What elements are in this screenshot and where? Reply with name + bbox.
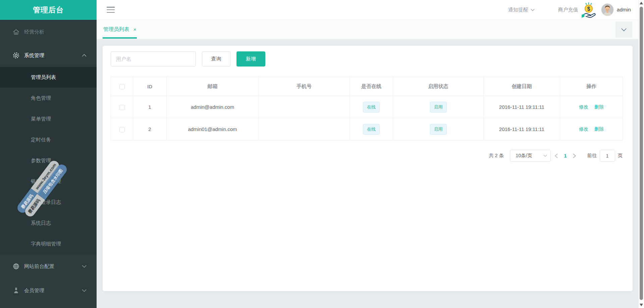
tabbar-collapse-button[interactable] (615, 21, 632, 38)
cell-email: admin01@admin.com (167, 118, 259, 140)
header-email: 邮箱 (167, 77, 259, 96)
notification-label: 通知提醒 (508, 7, 528, 13)
admin-table: ID 邮箱 手机号 是否在线 启用状态 创建日期 操作 1 (111, 77, 623, 140)
sidebar-item-business-analysis[interactable]: 经营分析 (0, 20, 97, 44)
username-search-input[interactable] (111, 51, 196, 67)
scroll-up-arrow[interactable] (640, 2, 643, 4)
row-checkbox[interactable] (119, 105, 125, 110)
sidebar-item-label: 网站前台配置 (24, 263, 54, 270)
submenu-label: 参数管理 (31, 158, 51, 164)
cell-phone (259, 118, 350, 140)
chevron-down-icon (82, 265, 87, 268)
add-button[interactable]: 新增 (236, 51, 265, 67)
delete-link[interactable]: 删除 (594, 126, 604, 132)
query-button[interactable]: 查询 (202, 51, 230, 67)
username-label[interactable]: admin (617, 7, 631, 13)
pagination-total: 共 2 条 (489, 152, 504, 159)
submenu-label: 管理员列表 (31, 74, 56, 81)
goto-page-input[interactable] (600, 150, 615, 162)
coin-hand-icon: $ (580, 2, 597, 19)
cell-id: 1 (133, 96, 167, 118)
chevron-down-icon (543, 155, 547, 157)
prev-page-button[interactable] (555, 153, 558, 158)
online-badge[interactable]: 在线 (363, 102, 380, 113)
tabbar: 管理员列表 × (97, 19, 638, 39)
sidebar-item-website-frontend-config[interactable]: 网站前台配置 (0, 254, 97, 278)
submenu-label: 定时任务 (31, 137, 51, 143)
header-created: 创建日期 (484, 77, 560, 96)
tab-admin-list[interactable]: 管理员列表 × (103, 20, 137, 39)
next-page-button[interactable] (573, 153, 576, 158)
globe-icon (12, 263, 20, 270)
chevron-down-icon (531, 9, 535, 11)
sidebar-item-scheduled-tasks[interactable]: 定时任务 (0, 129, 97, 150)
tab-close-icon[interactable]: × (133, 27, 137, 32)
member-person-icon (12, 287, 20, 294)
sidebar-toggle-button[interactable] (107, 7, 115, 13)
avatar-image (601, 4, 613, 16)
pagination: 共 2 条 10条/页 1 前往 页 (111, 150, 623, 162)
table-row: 2 admin01@admin.com 在线 启用 2016-11-11 19:… (111, 118, 623, 140)
online-badge[interactable]: 在线 (363, 124, 380, 135)
chevron-down-icon (82, 289, 87, 292)
status-badge[interactable]: 启用 (430, 102, 447, 113)
scroll-down-arrow[interactable] (640, 304, 643, 306)
sidebar-item-admin-list[interactable]: 管理员列表 (0, 67, 97, 88)
home-icon (12, 28, 20, 36)
submenu-label: 系统日志 (31, 220, 51, 226)
edit-link[interactable]: 修改 (579, 126, 588, 132)
chevron-left-icon (555, 153, 558, 158)
sidebar-item-system-management[interactable]: 系统管理 (0, 44, 97, 67)
svg-text:$: $ (587, 6, 590, 12)
main-area: 通知提醒 商户充值 $ (97, 0, 638, 308)
table-row: 1 admin@admin.com 在线 启用 2016-11-11 19:11… (111, 96, 623, 118)
notification-dropdown[interactable]: 通知提醒 (508, 7, 535, 13)
page-size-value: 10条/页 (516, 152, 532, 159)
submenu-label: 菜单管理 (31, 116, 51, 122)
sidebar-item-label: 系统管理 (24, 52, 44, 59)
edit-link[interactable]: 修改 (579, 104, 588, 109)
select-all-checkbox[interactable] (119, 84, 125, 89)
goto-label: 前往 (587, 152, 597, 159)
scrollbar-thumb[interactable] (640, 7, 643, 300)
gear-icon (12, 52, 20, 59)
topbar-right: 通知提醒 商户充值 $ (508, 1, 631, 19)
chevron-down-icon (621, 28, 627, 31)
merchant-recharge-button[interactable]: 商户充值 $ (558, 1, 597, 19)
user-avatar[interactable] (601, 3, 614, 16)
page-size-select[interactable]: 10条/页 (510, 150, 551, 162)
sidebar-item-label: 会员管理 (24, 288, 44, 294)
admin-app: 管理后台 经营分析 系统管理 管理员列表 角色管理 菜单管理 定时任务 参数管理… (0, 0, 644, 308)
sidebar-item-label: 经营分析 (24, 29, 44, 35)
submenu-label: 字典明细管理 (31, 241, 61, 247)
header-phone: 手机号 (259, 77, 350, 96)
tab-label: 管理员列表 (103, 26, 129, 33)
submenu-label: 角色管理 (31, 95, 51, 101)
sidebar: 管理后台 经营分析 系统管理 管理员列表 角色管理 菜单管理 定时任务 参数管理… (0, 0, 97, 308)
header-id: ID (133, 77, 167, 96)
cell-email: admin@admin.com (167, 96, 259, 118)
chevron-up-icon (82, 54, 87, 57)
cell-id: 2 (133, 118, 167, 140)
sidebar-item-member-management[interactable]: 会员管理 (0, 278, 97, 303)
app-logo: 管理后台 (0, 0, 97, 20)
page-unit-label: 页 (618, 152, 623, 159)
header-checkbox-cell (111, 77, 133, 96)
delete-link[interactable]: 删除 (594, 104, 604, 109)
vertical-scrollbar[interactable] (638, 0, 644, 308)
cell-created: 2016-11-11 19:11:11 (484, 96, 560, 118)
sidebar-item-dictionary-detail-management[interactable]: 字典明细管理 (0, 233, 97, 254)
table-header-row: ID 邮箱 手机号 是否在线 启用状态 创建日期 操作 (111, 77, 623, 96)
current-page[interactable]: 1 (564, 153, 567, 159)
sidebar-item-menu-management[interactable]: 菜单管理 (0, 108, 97, 129)
sidebar-item-role-management[interactable]: 角色管理 (0, 88, 97, 108)
sidebar-item-system-log[interactable]: 系统日志 (0, 213, 97, 233)
cell-created: 2016-11-11 19:11:11 (484, 118, 560, 140)
content-area: 查询 新增 ID 邮箱 手机号 是否在线 (97, 39, 638, 308)
tab-active-underline (103, 37, 137, 39)
status-badge[interactable]: 启用 (430, 124, 447, 135)
chevron-right-icon (573, 153, 576, 158)
header-actions: 操作 (560, 77, 623, 96)
row-checkbox[interactable] (119, 127, 125, 132)
header-online: 是否在线 (350, 77, 393, 96)
